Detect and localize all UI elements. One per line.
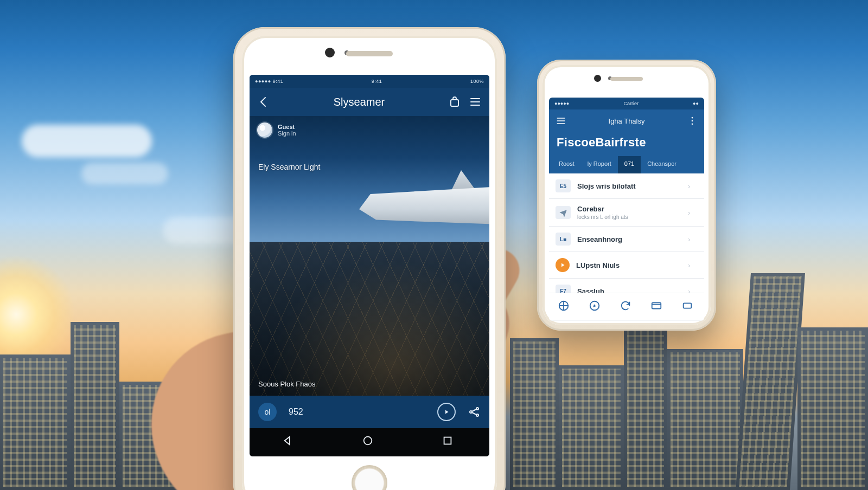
row-title: Enseanhnorg [577, 235, 681, 243]
svg-rect-11 [652, 302, 661, 308]
profile-name: Guest [278, 124, 296, 130]
cloud [22, 125, 152, 157]
brand-title: FiscoeBairfrste [549, 132, 704, 156]
svg-point-1 [470, 411, 472, 413]
nav-ticket-icon[interactable] [681, 300, 695, 314]
promo-scene: ●●●●● 9:41 9:41 100% Slyseamer [0, 0, 868, 490]
list-item[interactable]: F7 Sassluh › [549, 279, 704, 293]
bottom-nav [549, 293, 704, 320]
screen-primary: ●●●●● 9:41 9:41 100% Slyseamer [250, 75, 489, 456]
tab-2[interactable]: 071 [618, 156, 641, 173]
avatar [257, 122, 272, 138]
header-subtitle: Igha Thalsy [572, 117, 681, 125]
status-bar: ●●●●● Carrier ●● [549, 98, 704, 109]
screen-secondary: ●●●●● Carrier ●● Igha Thalsy FiscoeBairf… [549, 98, 704, 321]
hero-caption: Soous Plok Fhaos [258, 380, 316, 388]
profile-sub: Sign in [278, 130, 296, 137]
row-subtitle: locks nrs L orl igh ats [577, 214, 681, 220]
chevron-right-icon: › [688, 287, 698, 293]
hero-image[interactable]: Guest Sign in Ely Ssearnor Light Soous P… [250, 116, 489, 396]
system-nav [250, 428, 489, 456]
phone-secondary: ●●●●● Carrier ●● Igha Thalsy FiscoeBairf… [537, 60, 716, 331]
nav-refresh-icon[interactable] [620, 300, 634, 314]
row-badge: E5 [556, 179, 571, 192]
earpiece [346, 51, 393, 56]
phone-primary: ●●●●● 9:41 9:41 100% Slyseamer [233, 27, 506, 490]
bag-icon[interactable] [448, 95, 461, 108]
header: Igha Thalsy FiscoeBairfrste Roost ly Rop… [549, 109, 704, 173]
app-bar: Slyseamer [250, 88, 489, 116]
back-icon[interactable] [257, 95, 270, 108]
tab-bar: Roost ly Roport 071 Cheanspor [549, 156, 704, 173]
row-title: Slojs wris bilofatt [577, 182, 681, 190]
nav-explore-icon[interactable] [558, 300, 572, 314]
status-left: ●●●●● 9:41 [255, 79, 283, 84]
status-bar: ●●●●● 9:41 9:41 100% [250, 75, 489, 88]
status-center: 9:41 [372, 79, 382, 84]
svg-point-6 [692, 117, 693, 119]
cloud [81, 163, 168, 184]
nav-recents-icon[interactable] [442, 435, 457, 450]
svg-rect-12 [684, 303, 692, 308]
hero-headline: Ely Ssearnor Light [258, 163, 320, 171]
menu-icon[interactable] [556, 115, 566, 126]
media-dock: ol 952 [250, 396, 489, 428]
chevron-right-icon: › [688, 182, 698, 190]
nav-card-icon[interactable] [650, 300, 665, 314]
nav-back-icon[interactable] [282, 435, 297, 450]
status-right: ●● [693, 101, 699, 106]
list-item[interactable]: L■ Enseanhnorg › [549, 227, 704, 252]
status-center: Carrier [623, 101, 639, 106]
list-item[interactable]: LUpstn Niuls › [549, 252, 704, 279]
profile-chip[interactable]: Guest Sign in [257, 122, 296, 138]
share-icon[interactable] [468, 405, 481, 418]
tab-3[interactable]: Cheanspor [641, 156, 683, 173]
status-right: 100% [470, 79, 484, 84]
svg-rect-5 [444, 437, 451, 444]
plane-icon [556, 206, 571, 219]
nav-compass-icon[interactable] [589, 300, 603, 314]
svg-point-7 [692, 120, 693, 122]
more-icon[interactable] [687, 115, 698, 126]
row-badge [556, 258, 570, 272]
row-title: Sassluh [577, 287, 681, 293]
app-title: Slyseamer [278, 96, 441, 108]
svg-rect-0 [451, 100, 458, 106]
front-camera [325, 48, 335, 57]
row-badge: F7 [556, 285, 571, 293]
dock-chip-1[interactable]: ol [258, 403, 277, 421]
chevron-right-icon: › [688, 235, 698, 243]
chevron-right-icon: › [688, 261, 698, 269]
tab-0[interactable]: Roost [552, 156, 581, 173]
row-title: Corebsr [577, 205, 681, 213]
results-list[interactable]: E5 Slojs wris bilofatt › Corebsr locks n… [549, 173, 704, 293]
svg-point-3 [476, 414, 478, 416]
svg-point-2 [476, 408, 478, 410]
airplane-wing [359, 170, 489, 252]
row-title: LUpstn Niuls [576, 261, 681, 269]
front-camera [594, 75, 601, 82]
list-item[interactable]: E5 Slojs wris bilofatt › [549, 173, 704, 199]
row-badge: L■ [556, 233, 571, 246]
city-aerial [250, 242, 489, 396]
nav-home-icon[interactable] [362, 435, 377, 450]
menu-icon[interactable] [469, 95, 482, 108]
svg-point-4 [364, 437, 372, 445]
earpiece [610, 77, 643, 81]
status-left: ●●●●● [554, 101, 569, 106]
dock-chip-2-label[interactable]: 952 [289, 407, 303, 417]
list-item[interactable]: Corebsr locks nrs L orl igh ats › [549, 199, 704, 227]
svg-point-8 [692, 124, 693, 125]
tab-1[interactable]: ly Roport [581, 156, 618, 173]
chevron-right-icon: › [688, 209, 698, 217]
play-button[interactable] [437, 403, 456, 421]
